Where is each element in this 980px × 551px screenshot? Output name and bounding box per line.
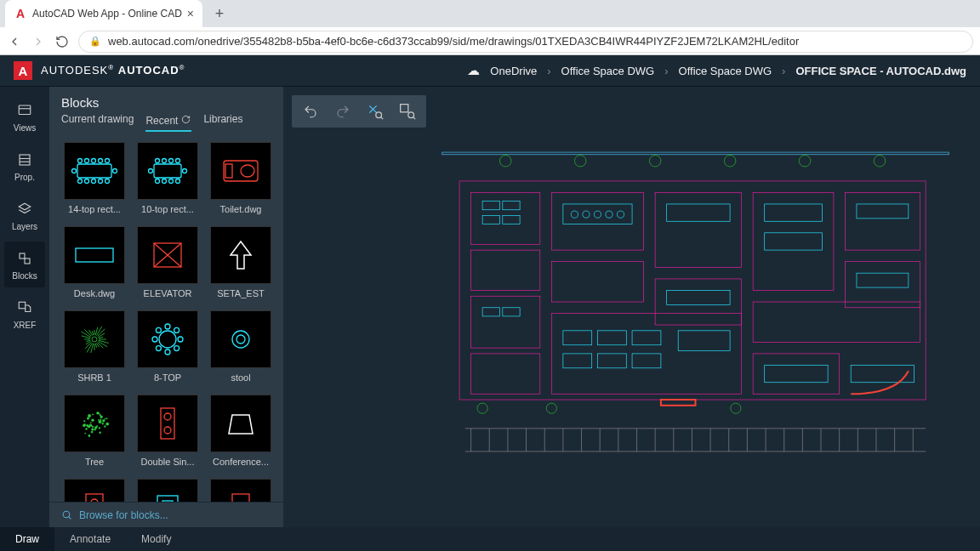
rail-views[interactable]: Views bbox=[4, 94, 45, 139]
new-tab-button[interactable]: + bbox=[208, 2, 231, 26]
svg-point-160 bbox=[606, 211, 612, 218]
svg-rect-162 bbox=[667, 204, 730, 221]
block-sink[interactable]: Double Sin... bbox=[134, 395, 201, 467]
block-round8[interactable]: 8-TOP bbox=[134, 310, 201, 383]
block-tree[interactable]: Tree bbox=[61, 395, 128, 467]
svg-point-96 bbox=[100, 415, 103, 418]
svg-point-69 bbox=[156, 345, 161, 350]
block-shrub[interactable]: SHRB 1 bbox=[61, 310, 128, 383]
footer-tab-annotate[interactable]: Annotate bbox=[54, 527, 126, 551]
block-thumbnail bbox=[64, 395, 125, 452]
svg-rect-139 bbox=[471, 354, 540, 394]
block-thumbnail bbox=[137, 479, 198, 503]
block-stool[interactable]: stool bbox=[208, 310, 274, 383]
redo-button[interactable] bbox=[331, 99, 355, 123]
panel-tab-current-drawing[interactable]: Current drawing bbox=[61, 113, 134, 132]
block-table10[interactable]: 10-top rect... bbox=[134, 142, 201, 214]
svg-rect-8 bbox=[19, 302, 26, 309]
svg-point-82 bbox=[100, 431, 101, 433]
block-thumbnail bbox=[137, 395, 198, 452]
browse-label: Browse for blocks... bbox=[79, 509, 168, 521]
svg-rect-177 bbox=[661, 400, 696, 406]
back-button[interactable] bbox=[7, 34, 22, 49]
block-label: 8-TOP bbox=[135, 372, 200, 383]
svg-rect-150 bbox=[482, 202, 499, 210]
svg-point-88 bbox=[92, 426, 94, 428]
breadcrumb-item[interactable]: OneDrive bbox=[490, 65, 537, 77]
footer-tab-draw[interactable]: Draw bbox=[0, 527, 54, 551]
prop-icon bbox=[15, 151, 34, 169]
rail-prop[interactable]: Prop. bbox=[4, 143, 45, 189]
svg-point-10 bbox=[78, 158, 83, 162]
svg-rect-123 bbox=[232, 494, 249, 503]
breadcrumb-item[interactable]: Office Space DWG bbox=[561, 65, 655, 77]
block-box-r2[interactable]: Box3 bbox=[208, 479, 274, 503]
panel-tabs: Current drawingRecentLibraries bbox=[49, 113, 283, 137]
svg-rect-138 bbox=[471, 296, 540, 348]
svg-rect-7 bbox=[25, 258, 30, 264]
rail-layers[interactable]: Layers bbox=[4, 192, 45, 238]
svg-point-40 bbox=[92, 337, 97, 342]
svg-point-26 bbox=[176, 158, 180, 162]
svg-point-32 bbox=[183, 168, 187, 173]
svg-point-29 bbox=[169, 179, 174, 183]
block-box-c[interactable]: Box2 bbox=[134, 479, 201, 503]
block-thumbnail bbox=[64, 310, 125, 368]
forward-button[interactable] bbox=[31, 34, 46, 49]
svg-point-108 bbox=[88, 425, 90, 428]
svg-rect-35 bbox=[225, 164, 232, 178]
svg-point-68 bbox=[165, 349, 170, 355]
browser-tab[interactable]: A AutoCAD Web App - Online CAD × bbox=[5, 0, 202, 27]
block-toilet[interactable]: Toilet.dwg bbox=[208, 142, 274, 214]
svg-point-106 bbox=[90, 422, 91, 423]
undo-button[interactable] bbox=[299, 99, 322, 123]
svg-point-161 bbox=[617, 211, 624, 218]
rail-blocks[interactable]: Blocks bbox=[4, 241, 45, 287]
block-box-r[interactable]: Box1 bbox=[61, 479, 128, 503]
panel-tab-libraries[interactable]: Libraries bbox=[203, 113, 242, 132]
close-tab-icon[interactable]: × bbox=[187, 7, 194, 20]
block-elevator[interactable]: ELEVATOR bbox=[134, 226, 201, 298]
svg-point-92 bbox=[94, 426, 96, 428]
svg-rect-166 bbox=[857, 204, 909, 219]
rail-xref[interactable]: XREF bbox=[4, 291, 45, 337]
svg-point-179 bbox=[574, 155, 586, 167]
svg-point-72 bbox=[165, 324, 170, 329]
svg-point-27 bbox=[156, 179, 160, 183]
panel-tab-recent[interactable]: Recent bbox=[145, 113, 191, 132]
left-rail: ViewsProp.LayersBlocksXREF bbox=[0, 87, 49, 527]
svg-rect-167 bbox=[857, 273, 909, 287]
svg-point-125 bbox=[63, 511, 70, 518]
footer-tab-modify[interactable]: Modify bbox=[126, 527, 186, 551]
block-conf[interactable]: Conference... bbox=[208, 395, 274, 467]
breadcrumb-item[interactable]: Office Space DWG bbox=[679, 65, 772, 77]
svg-rect-0 bbox=[19, 105, 31, 115]
address-bar[interactable]: 🔒 web.autocad.com/onedrive/355482b8-b5ba… bbox=[78, 31, 973, 53]
svg-rect-170 bbox=[632, 331, 661, 345]
svg-rect-173 bbox=[632, 354, 661, 368]
breadcrumb-item[interactable]: OFFICE SPACE - AUTOCAD.dwg bbox=[795, 65, 966, 77]
block-table14[interactable]: 14-top rect... bbox=[61, 142, 128, 214]
svg-line-126 bbox=[69, 517, 71, 520]
svg-point-84 bbox=[87, 417, 89, 419]
refresh-icon[interactable] bbox=[179, 113, 191, 125]
browse-blocks-button[interactable]: Browse for blocks... bbox=[49, 502, 283, 527]
block-thumbnail bbox=[210, 310, 271, 368]
svg-point-100 bbox=[85, 433, 86, 434]
svg-point-101 bbox=[91, 431, 93, 433]
zoom-window-button[interactable] bbox=[396, 99, 419, 123]
svg-rect-144 bbox=[753, 192, 834, 290]
zoom-extents-button[interactable] bbox=[363, 99, 387, 123]
block-arrow[interactable]: SETA_EST bbox=[208, 226, 274, 298]
reload-button[interactable] bbox=[54, 34, 70, 49]
svg-point-13 bbox=[99, 158, 103, 162]
svg-point-112 bbox=[98, 412, 100, 414]
svg-point-129 bbox=[376, 112, 382, 118]
drawing-canvas[interactable] bbox=[283, 87, 980, 527]
svg-line-64 bbox=[99, 337, 103, 338]
svg-line-130 bbox=[381, 117, 384, 120]
block-desk[interactable]: Desk.dwg bbox=[61, 226, 128, 298]
svg-point-79 bbox=[92, 413, 93, 414]
svg-rect-143 bbox=[655, 279, 742, 325]
svg-point-16 bbox=[85, 179, 89, 183]
